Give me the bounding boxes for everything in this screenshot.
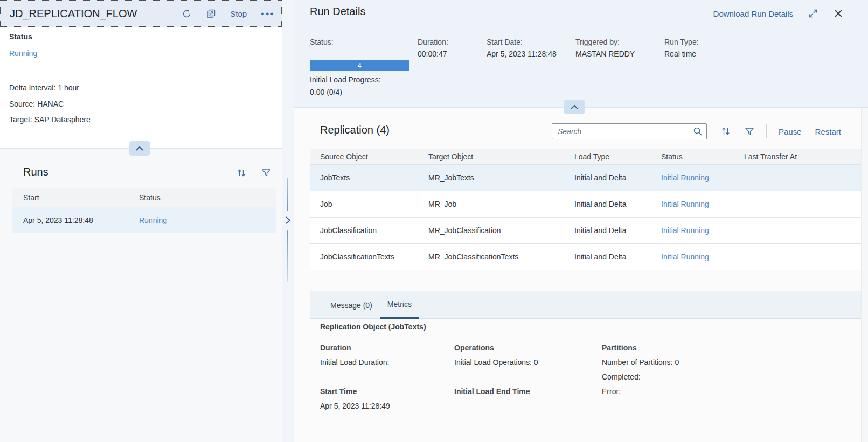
search-input[interactable]	[552, 123, 707, 139]
details-tab-strip: Message (0) Metrics	[310, 291, 861, 319]
run-details-header-section: Run Details Download Run Details Status:…	[294, 0, 868, 107]
target-object-cell: MR_JobClassificationTexts	[428, 252, 574, 261]
triggered-by-field-label: Triggered by:	[575, 38, 620, 46]
overflow-menu-icon[interactable]: ●●●	[261, 10, 275, 17]
run-status-link[interactable]: Running	[139, 216, 276, 224]
chevron-up-icon	[135, 146, 144, 151]
table-row[interactable]: JobTexts MR_JobTexts Initial and Delta I…	[310, 165, 861, 191]
load-type-cell: Initial and Delta	[574, 200, 661, 208]
splitter-grip-bottom	[287, 230, 288, 282]
source-object-cell: JobClassificationTexts	[310, 252, 428, 261]
source-object-cell: JobTexts	[310, 173, 428, 182]
replication-table: Source Object Target Object Load Type St…	[310, 149, 861, 270]
tab-message[interactable]: Message (0)	[323, 291, 380, 319]
vertical-scrollbar[interactable]	[861, 108, 868, 442]
operations-group-title: Operations	[454, 341, 538, 355]
metrics-duration-column: Duration Initial Load Duration: Start Ti…	[320, 341, 390, 413]
runs-section: Runs Start Status Apr 5, 2023 11:28:48 R…	[0, 149, 282, 442]
completed-text: Completed:	[602, 370, 679, 384]
runs-sort-icon[interactable]	[237, 168, 246, 178]
status-cell-link[interactable]: Initial Running	[661, 200, 744, 208]
col-source-object[interactable]: Source Object	[310, 152, 428, 161]
run-start-value: Apr 5, 2023 11:28:48	[12, 216, 139, 224]
status-progress-bar: 4	[310, 60, 409, 71]
chevron-up-icon	[570, 104, 579, 110]
col-last-transfer-at[interactable]: Last Transfer At	[744, 152, 861, 161]
runs-col-status[interactable]: Status	[139, 193, 276, 202]
progress-bar-value: 4	[357, 61, 361, 69]
target-object-cell: MR_JobTexts	[428, 173, 574, 182]
delta-interval-text: Delta Interval: 1 hour	[9, 83, 79, 92]
status-cell-link[interactable]: Initial Running	[661, 226, 744, 235]
table-row[interactable]: Job MR_Job Initial and Delta Initial Run…	[310, 191, 861, 218]
col-target-object[interactable]: Target Object	[428, 152, 574, 161]
target-object-cell: MR_JobClassification	[428, 226, 574, 235]
runs-table: Start Status Apr 5, 2023 11:28:48 Runnin…	[12, 188, 276, 233]
initial-load-operations-text: Initial Load Operations: 0	[454, 355, 538, 370]
stop-button[interactable]: Stop	[230, 9, 247, 18]
table-row[interactable]: JobClassification MR_JobClassification I…	[310, 218, 861, 244]
run-type-field-label: Run Type:	[664, 38, 699, 46]
number-of-partitions-text: Number of Partitions: 0	[602, 355, 679, 370]
initial-load-duration-text: Initial Load Duration:	[320, 355, 390, 370]
tab-metrics[interactable]: Metrics	[380, 291, 419, 319]
collapse-run-details-button[interactable]	[564, 100, 585, 114]
panel-splitter[interactable]	[282, 0, 294, 442]
replication-sort-icon[interactable]	[721, 127, 731, 136]
metrics-partitions-column: Partitions Number of Partitions: 0 Compl…	[602, 341, 679, 399]
initial-load-progress-label: Initial Load Progress:	[310, 75, 381, 84]
table-row[interactable]: JobClassificationTexts MR_JobClassificat…	[310, 244, 861, 270]
start-time-value: Apr 5, 2023 11:28:49	[320, 399, 390, 413]
download-run-details-link[interactable]: Download Run Details	[713, 9, 793, 18]
flow-title: JD_REPLICATION_FLOW	[10, 8, 137, 20]
splitter-grip-top	[287, 178, 288, 211]
replication-filter-icon[interactable]	[745, 127, 754, 136]
run-row[interactable]: Apr 5, 2023 11:28:48 Running	[12, 207, 276, 233]
replication-table-header: Source Object Target Object Load Type St…	[310, 149, 861, 165]
triggered-by-field-value: MASTAN REDDY	[575, 50, 635, 58]
initial-load-progress-value: 0.00 (0/4)	[310, 88, 342, 96]
source-object-cell: JobClassification	[310, 226, 428, 235]
flow-monitor-panel: JD_REPLICATION_FLOW Stop ●●● Status Runn…	[0, 0, 282, 442]
flow-status-link[interactable]: Running	[9, 49, 37, 58]
status-heading: Status	[9, 32, 32, 41]
pause-button[interactable]: Pause	[779, 127, 802, 136]
start-time-group-title: Start Time	[320, 384, 390, 399]
col-load-type[interactable]: Load Type	[574, 152, 661, 161]
duration-field-value: 00:00:47	[418, 50, 447, 58]
open-in-new-window-icon[interactable]	[206, 9, 216, 19]
runs-col-start[interactable]: Start	[12, 193, 139, 202]
run-details-title: Run Details	[310, 5, 365, 18]
status-cell-link[interactable]: Initial Running	[661, 173, 744, 182]
run-details-panel: Run Details Download Run Details Status:…	[294, 0, 868, 442]
expand-panel-chevron-right-icon[interactable]	[283, 215, 292, 226]
restart-button[interactable]: Restart	[815, 127, 841, 136]
col-status[interactable]: Status	[661, 152, 744, 161]
runs-filter-icon[interactable]	[261, 168, 271, 178]
metrics-object-heading: Replication Object (JobTexts)	[320, 322, 426, 331]
start-date-field-label: Start Date:	[487, 38, 523, 46]
replication-toolbar: Pause Restart	[552, 123, 841, 139]
refresh-icon[interactable]	[182, 9, 192, 19]
duration-field-label: Duration:	[418, 38, 448, 46]
close-icon[interactable]	[834, 9, 843, 18]
load-type-cell: Initial and Delta	[574, 226, 661, 235]
search-icon[interactable]	[693, 127, 703, 136]
load-type-cell: Initial and Delta	[574, 173, 661, 182]
metrics-operations-column: Operations Initial Load Operations: 0 In…	[454, 341, 538, 399]
target-text: Target: SAP Datasphere	[9, 115, 91, 124]
status-cell-link[interactable]: Initial Running	[661, 252, 744, 261]
error-text: Error:	[602, 384, 679, 399]
status-field-label: Status:	[310, 38, 334, 46]
duration-group-title: Duration	[320, 341, 390, 355]
enter-fullscreen-icon[interactable]	[808, 9, 818, 18]
replication-section-title: Replication (4)	[320, 124, 390, 136]
collapse-flow-details-button[interactable]	[129, 141, 150, 156]
run-type-field-value: Real time	[664, 50, 696, 58]
target-object-cell: MR_Job	[428, 200, 574, 208]
initial-load-end-time-group-title: Initial Load End Time	[454, 384, 538, 399]
start-date-field-value: Apr 5, 2023 11:28:48	[487, 50, 557, 58]
runs-title: Runs	[23, 166, 48, 178]
toolbar-separator	[766, 124, 767, 138]
source-object-cell: Job	[310, 200, 428, 208]
